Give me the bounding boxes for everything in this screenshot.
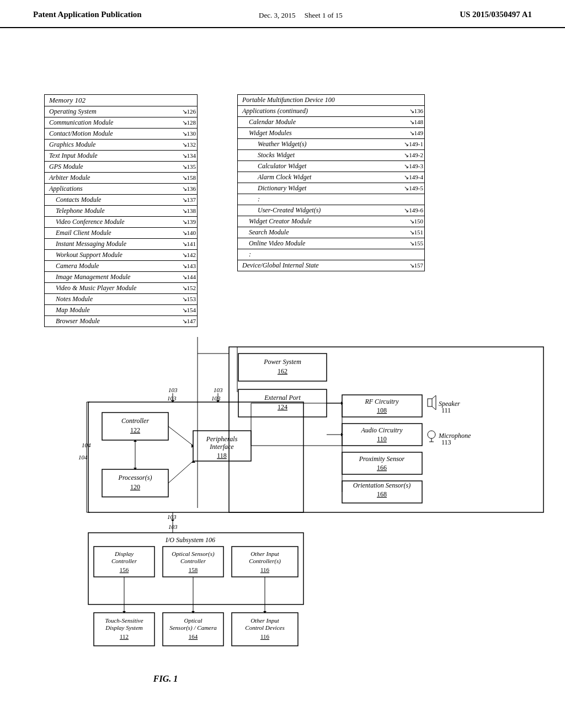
svg-text:Processor(s): Processor(s)	[118, 474, 152, 481]
videoconf-ref: ↘139	[182, 218, 198, 226]
svg-rect-6	[342, 395, 422, 417]
svg-rect-29	[229, 347, 543, 512]
svg-text:122: 122	[130, 426, 140, 434]
svg-text:Speaker: Speaker	[439, 400, 460, 408]
svg-text:Peripherals: Peripherals	[206, 435, 238, 443]
portable-row-dict: Dictionary Widget ↘149-5	[238, 183, 424, 194]
memory-row-im: Instant Messaging Module ↘141	[45, 238, 197, 249]
svg-rect-12	[342, 452, 422, 474]
gps-label: GPS Module	[49, 163, 182, 171]
svg-text:108: 108	[377, 406, 387, 414]
svg-line-56	[168, 426, 193, 446]
svg-rect-33	[193, 431, 251, 461]
svg-text:Touch-Sensitive: Touch-Sensitive	[105, 617, 143, 624]
svg-marker-68	[171, 400, 174, 403]
svg-rect-30	[102, 413, 168, 440]
contacts-label: Contacts Module	[56, 196, 182, 204]
graphics-label: Graphics Module	[49, 141, 182, 149]
publication-date: Dec. 3, 2015	[259, 11, 295, 19]
telephone-label: Telephone Module	[56, 207, 182, 215]
svg-text:103: 103	[168, 523, 178, 530]
svg-text:Optical: Optical	[184, 617, 202, 624]
portable-row-devicestate: Device/Global Internal State ↘157	[238, 260, 424, 271]
camera-ref: ↘143	[182, 263, 198, 270]
svg-text:Controller: Controller	[111, 558, 137, 564]
workout-label: Workout Support Module	[56, 251, 182, 259]
contact-ref: ↘130	[182, 130, 198, 137]
memory-row-browser: Browser Module ↘147	[45, 315, 197, 326]
svg-text:124: 124	[278, 403, 287, 411]
svg-text:External Port: External Port	[264, 394, 301, 402]
email-label: Email Client Module	[56, 229, 182, 237]
svg-text:Display: Display	[114, 550, 134, 557]
svg-text:158: 158	[189, 566, 198, 573]
memory-row-camera: Camera Module ↘143	[45, 260, 197, 271]
sheet-info: Sheet 1 of 15	[305, 11, 343, 19]
svg-text:Other Input: Other Input	[250, 550, 280, 557]
memory-row-workout: Workout Support Module ↘142	[45, 249, 197, 260]
svg-text:Audio Circuitry: Audio Circuitry	[360, 426, 403, 434]
svg-rect-20	[428, 399, 432, 406]
svg-rect-37	[102, 469, 168, 497]
portable-row-calc: Calculator Widget ↘149-3	[238, 160, 424, 172]
svg-rect-82	[163, 547, 223, 577]
memory-row-telephone: Telephone Module ↘138	[45, 205, 197, 216]
os-label: Operating System	[49, 108, 182, 116]
svg-marker-103	[122, 611, 126, 613]
portable-row-stocks: Stocks Widget ↘149-2	[238, 149, 424, 160]
portable-box: Portable Multifunction Device 100 Applic…	[237, 94, 425, 271]
memory-row-videoconf: Video Conference Module ↘139	[45, 216, 197, 227]
map-label: Map Module	[56, 306, 182, 314]
textinput-ref: ↘134	[182, 152, 198, 159]
svg-text:104: 104	[78, 454, 88, 461]
portable-row-dots2: :	[238, 249, 424, 260]
memory-title: Memory 102	[45, 95, 197, 106]
gps-ref: ↘135	[182, 163, 198, 170]
svg-marker-105	[191, 611, 195, 613]
browser-ref: ↘147	[182, 318, 198, 325]
svg-point-26	[428, 431, 435, 438]
imgmgmt-ref: ↘144	[182, 274, 198, 281]
svg-text:116: 116	[260, 633, 270, 640]
memory-row-map: Map Module ↘154	[45, 304, 197, 315]
svg-text:111: 111	[441, 406, 451, 414]
telephone-ref: ↘138	[182, 207, 198, 215]
svg-rect-76	[88, 533, 303, 604]
apps-label: Applications	[49, 185, 182, 193]
memory-row-textinput: Text Input Module ↘134	[45, 150, 197, 161]
svg-text:156: 156	[120, 566, 129, 573]
svg-rect-3	[238, 389, 327, 417]
svg-text:Display System: Display System	[105, 624, 143, 631]
svg-text:Controller(s): Controller(s)	[249, 558, 281, 565]
svg-marker-107	[263, 611, 266, 613]
portable-row-widgetcreator: Widget Creator Module ↘150	[238, 216, 424, 227]
svg-text:Microphone: Microphone	[438, 432, 471, 440]
svg-text:113: 113	[441, 438, 451, 446]
svg-rect-0	[238, 354, 327, 381]
svg-marker-51	[341, 433, 343, 436]
svg-text:FIG. 1: FIG. 1	[153, 674, 178, 683]
page-header: Patent Application Publication Dec. 3, 2…	[0, 0, 565, 28]
memory-row-apps: Applications ↘136	[45, 183, 197, 194]
apps-ref: ↘136	[182, 185, 198, 192]
memory-row-comm: Communication Module ↘128	[45, 117, 197, 128]
notes-ref: ↘153	[182, 296, 198, 303]
svg-text:162: 162	[278, 367, 287, 375]
arbiter-ref: ↘158	[182, 174, 198, 181]
im-ref: ↘141	[182, 240, 198, 248]
svg-text:104: 104	[82, 442, 91, 448]
svg-rect-90	[94, 613, 154, 646]
videoconf-label: Video Conference Module	[56, 218, 182, 226]
workout-ref: ↘142	[182, 251, 198, 259]
imgmgmt-label: Image Management Module	[56, 273, 182, 281]
svg-text:116: 116	[260, 566, 270, 573]
svg-marker-74	[171, 520, 174, 522]
video-ref: ↘152	[182, 285, 198, 292]
memory-row-video: Video & Music Player Module ↘152	[45, 282, 197, 293]
svg-text:Proximity Sensor: Proximity Sensor	[359, 455, 405, 463]
video-label: Video & Music Player Module	[56, 284, 182, 292]
svg-rect-94	[163, 613, 223, 646]
svg-text:103: 103	[214, 387, 223, 393]
svg-marker-62	[134, 468, 137, 470]
svg-text:Optical Sensor(s): Optical Sensor(s)	[172, 550, 215, 558]
